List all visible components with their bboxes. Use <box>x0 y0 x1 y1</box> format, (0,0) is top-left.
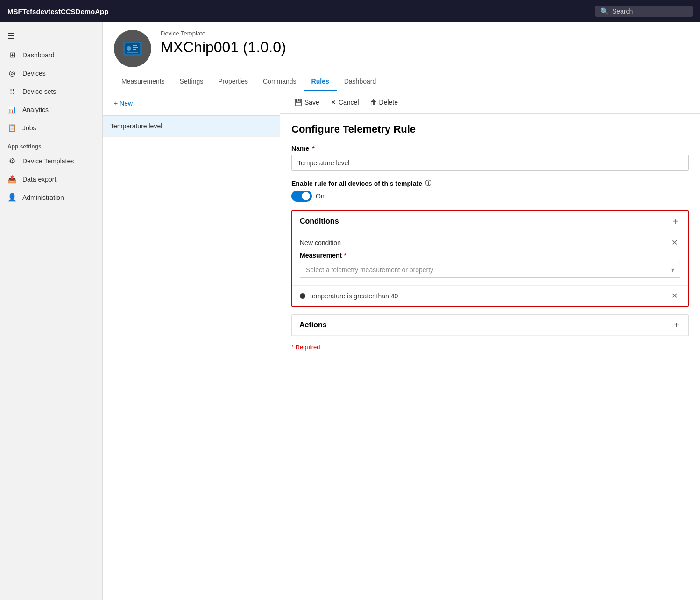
app-settings-label: App settings <box>0 137 102 152</box>
configure-panel: 💾 Save ✕ Cancel 🗑 Delete Configure Telem… <box>280 91 700 600</box>
sidebar-item-label: Analytics <box>22 106 49 113</box>
svg-rect-7 <box>127 52 138 53</box>
actions-title: Actions <box>299 321 327 329</box>
actions-section: Actions + <box>291 314 689 336</box>
hamburger-menu[interactable]: ☰ <box>0 26 102 46</box>
measurement-label: Measurement * <box>300 252 680 259</box>
conditions-header: Conditions + <box>292 211 688 232</box>
device-header-top: Device Template MXChip001 (1.0.0) <box>114 30 689 67</box>
sidebar-item-label: Device Templates <box>22 157 74 165</box>
cancel-icon: ✕ <box>331 99 336 106</box>
device-tabs: Measurements Settings Properties Command… <box>114 73 689 91</box>
sidebar-item-administration[interactable]: 👤 Administration <box>0 188 102 206</box>
new-rule-button[interactable]: + New <box>110 97 136 110</box>
condition-summary-row: temperature is greater than 40 ✕ <box>292 285 688 306</box>
tab-properties[interactable]: Properties <box>211 73 255 91</box>
configure-toolbar: 💾 Save ✕ Cancel 🗑 Delete <box>280 91 700 114</box>
sidebar-item-analytics[interactable]: 📊 Analytics <box>0 100 102 119</box>
save-icon: 💾 <box>294 99 302 106</box>
toggle-knob <box>302 192 310 200</box>
device-template-label: Device Template <box>161 30 689 37</box>
tab-rules[interactable]: Rules <box>304 73 337 91</box>
device-avatar <box>114 30 151 67</box>
condition-text: temperature is greater than 40 <box>310 292 398 300</box>
remove-condition-button[interactable]: ✕ <box>669 290 680 301</box>
close-new-condition-button[interactable]: ✕ <box>669 237 680 248</box>
svg-rect-4 <box>133 45 137 46</box>
condition-block: New condition ✕ Measurement * Select a t… <box>292 232 688 285</box>
conditions-section: Conditions + New condition ✕ Measurement… <box>291 210 689 307</box>
info-icon[interactable]: ⓘ <box>425 179 431 188</box>
sidebar-item-label: Devices <box>22 70 46 77</box>
save-button[interactable]: 💾 Save <box>290 96 324 109</box>
devices-icon: ◎ <box>7 69 17 78</box>
sidebar-item-label: Dashboard <box>22 51 55 59</box>
sidebar-item-data-export[interactable]: 📤 Data export <box>0 170 102 188</box>
sidebar-item-jobs[interactable]: 📋 Jobs <box>0 119 102 137</box>
add-action-button[interactable]: + <box>672 320 681 330</box>
cancel-label: Cancel <box>339 99 359 106</box>
delete-icon: 🗑 <box>370 99 377 106</box>
list-item[interactable]: Temperature level <box>103 116 280 137</box>
search-icon: 🔍 <box>601 7 608 15</box>
panels: + New Temperature level 💾 Save <box>103 91 700 600</box>
sidebar-item-device-templates[interactable]: ⚙ Device Templates <box>0 152 102 170</box>
svg-rect-5 <box>133 47 138 48</box>
rules-panel: + New Temperature level <box>103 91 280 600</box>
dashboard-icon: ⊞ <box>7 50 17 59</box>
required-note: * Required <box>291 344 689 351</box>
sidebar-item-device-sets[interactable]: ⁞⁞ Device sets <box>0 82 102 100</box>
sidebar-item-label: Device sets <box>22 88 56 95</box>
toggle-state-label: On <box>316 192 325 200</box>
topbar: MSFTcfsdevtestCCSDemoApp 🔍 <box>0 0 700 22</box>
search-input[interactable] <box>612 7 687 15</box>
device-info: Device Template MXChip001 (1.0.0) <box>161 30 689 56</box>
device-name: MXChip001 (1.0.0) <box>161 39 689 56</box>
rule-name: Temperature level <box>110 122 162 130</box>
administration-icon: 👤 <box>7 193 17 202</box>
tab-commands[interactable]: Commands <box>255 73 304 91</box>
new-condition-label: New condition <box>300 239 341 247</box>
analytics-icon: 📊 <box>7 105 17 114</box>
chevron-down-icon: ▾ <box>671 266 674 274</box>
tab-measurements[interactable]: Measurements <box>114 73 172 91</box>
configure-body: Configure Telemetry Rule Name * Enable r… <box>280 114 700 360</box>
data-export-icon: 📤 <box>7 175 17 184</box>
sidebar-item-label: Administration <box>22 194 64 201</box>
main-layout: ☰ ⊞ Dashboard ◎ Devices ⁞⁞ Device sets 📊… <box>0 22 700 600</box>
measurement-placeholder: Select a telemetry measurement or proper… <box>306 266 433 274</box>
app-title: MSFTcfsdevtestCCSDemoApp <box>7 7 108 15</box>
sidebar: ☰ ⊞ Dashboard ◎ Devices ⁞⁞ Device sets 📊… <box>0 22 103 600</box>
new-condition-row: New condition ✕ <box>300 237 680 248</box>
enable-label: Enable rule for all devices of this temp… <box>291 179 689 188</box>
delete-label: Delete <box>379 99 398 106</box>
name-label: Name * <box>291 145 689 152</box>
name-required-indicator: * <box>312 145 314 152</box>
cancel-button[interactable]: ✕ Cancel <box>326 96 364 109</box>
tab-dashboard[interactable]: Dashboard <box>337 73 384 91</box>
sidebar-item-devices[interactable]: ◎ Devices <box>0 64 102 82</box>
content-area: Device Template MXChip001 (1.0.0) Measur… <box>103 22 700 600</box>
enable-toggle[interactable] <box>291 191 312 202</box>
svg-point-3 <box>127 46 131 51</box>
condition-status-dot <box>300 293 305 299</box>
device-templates-icon: ⚙ <box>7 156 17 165</box>
name-input[interactable] <box>291 155 689 171</box>
rules-list: Temperature level <box>103 116 280 600</box>
enable-toggle-group: Enable rule for all devices of this temp… <box>291 179 689 202</box>
actions-header: Actions + <box>292 315 688 336</box>
delete-button[interactable]: 🗑 Delete <box>366 96 403 109</box>
device-sets-icon: ⁞⁞ <box>7 87 17 96</box>
add-condition-button[interactable]: + <box>671 217 680 226</box>
sidebar-item-dashboard[interactable]: ⊞ Dashboard <box>0 46 102 64</box>
sidebar-item-label: Jobs <box>22 124 36 132</box>
svg-rect-6 <box>133 49 136 50</box>
rules-toolbar: + New <box>103 91 280 116</box>
search-bar[interactable]: 🔍 <box>595 6 693 17</box>
measurement-dropdown[interactable]: Select a telemetry measurement or proper… <box>300 262 680 278</box>
conditions-title: Conditions <box>300 217 339 226</box>
tab-settings[interactable]: Settings <box>172 73 211 91</box>
jobs-icon: 📋 <box>7 123 17 132</box>
save-label: Save <box>304 99 319 106</box>
configure-title: Configure Telemetry Rule <box>291 123 689 135</box>
